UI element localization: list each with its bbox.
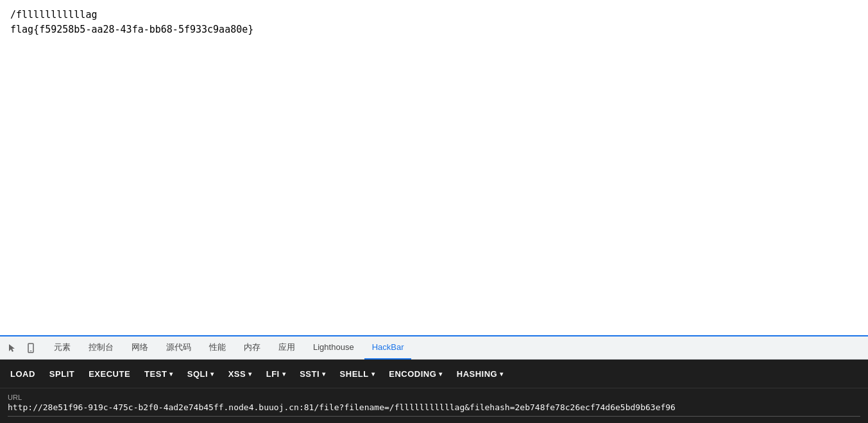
mobile-icon[interactable] — [23, 340, 38, 356]
svg-rect-1 — [30, 351, 32, 351]
shell-button[interactable]: SHELL ▾ — [335, 367, 380, 381]
load-button[interactable]: LOAD — [5, 367, 40, 381]
ssti-button[interactable]: SSTI ▾ — [294, 367, 330, 381]
tab-memory[interactable]: 内存 — [236, 336, 268, 360]
devtools-tabs-bar: 元素 控制台 网络 源代码 性能 内存 应用 Lighthouse HackBa… — [0, 336, 868, 360]
url-value[interactable]: http://28e51f96-919c-475c-b2f0-4ad2e74b4… — [8, 402, 860, 412]
url-underline — [8, 416, 860, 417]
ssti-arrow: ▾ — [322, 370, 326, 377]
tab-network[interactable]: 网络 — [124, 336, 156, 360]
sqli-arrow: ▾ — [210, 370, 214, 377]
file-path-line: /flllllllllllag — [10, 8, 858, 22]
lfi-button[interactable]: LFI ▾ — [261, 367, 291, 381]
encoding-button[interactable]: ENCODING ▾ — [384, 367, 448, 381]
cursor-icon[interactable] — [5, 340, 21, 356]
main-content: /flllllllllllag flag{f59258b5-aa28-43fa-… — [0, 0, 868, 335]
xss-arrow: ▾ — [248, 370, 252, 377]
hashing-button[interactable]: HASHING ▾ — [452, 367, 509, 381]
tab-elements[interactable]: 元素 — [46, 336, 78, 360]
flag-line: flag{f59258b5-aa28-43fa-bb68-5f933c9aa80… — [10, 22, 858, 37]
xss-button[interactable]: XSS ▾ — [223, 367, 257, 381]
hashing-arrow: ▾ — [500, 370, 504, 377]
tab-performance[interactable]: 性能 — [201, 336, 234, 360]
sqli-button[interactable]: SQLI ▾ — [182, 367, 219, 381]
tab-hackbar[interactable]: HackBar — [364, 336, 412, 360]
execute-button[interactable]: EXECUTE — [83, 367, 135, 381]
shell-arrow: ▾ — [371, 370, 375, 377]
tab-lighthouse[interactable]: Lighthouse — [305, 336, 362, 360]
hackbar-url-area: URL http://28e51f96-919c-475c-b2f0-4ad2e… — [0, 388, 868, 423]
url-label: URL — [8, 394, 860, 401]
lfi-arrow: ▾ — [282, 370, 286, 377]
tab-console[interactable]: 控制台 — [81, 336, 121, 360]
tab-application[interactable]: 应用 — [271, 336, 303, 360]
encoding-arrow: ▾ — [439, 370, 443, 377]
split-button[interactable]: SPLIT — [44, 367, 80, 381]
hackbar-toolbar: LOAD SPLIT EXECUTE TEST ▾ SQLI ▾ XSS ▾ L… — [0, 360, 868, 388]
devtools-panel: 元素 控制台 网络 源代码 性能 内存 应用 Lighthouse HackBa… — [0, 335, 868, 423]
tab-sources[interactable]: 源代码 — [158, 336, 199, 360]
test-arrow: ▾ — [169, 370, 173, 377]
test-button[interactable]: TEST ▾ — [139, 367, 178, 381]
